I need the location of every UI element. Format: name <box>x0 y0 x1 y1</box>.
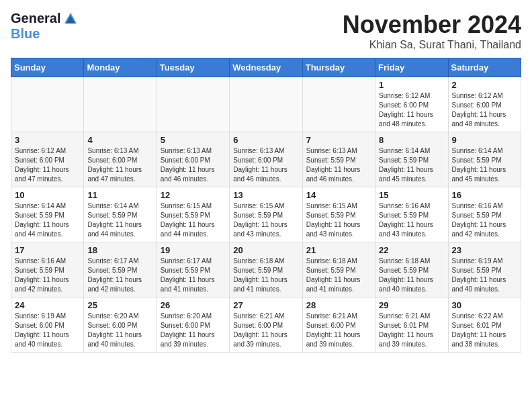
weekday-header-thursday: Thursday <box>302 58 375 77</box>
calendar-cell: 20Sunrise: 6:18 AM Sunset: 5:59 PM Dayli… <box>230 242 302 298</box>
calendar-cell: 1Sunrise: 6:12 AM Sunset: 6:00 PM Daylig… <box>375 77 448 132</box>
day-number: 5 <box>161 135 226 145</box>
weekday-header-wednesday: Wednesday <box>230 58 302 77</box>
day-info: Sunrise: 6:14 AM Sunset: 5:59 PM Dayligh… <box>452 146 517 184</box>
location-subtitle: Khian Sa, Surat Thani, Thailand <box>343 39 521 51</box>
calendar-cell: 21Sunrise: 6:18 AM Sunset: 5:59 PM Dayli… <box>302 242 375 298</box>
day-number: 9 <box>452 135 517 145</box>
day-number: 29 <box>379 300 444 310</box>
day-info: Sunrise: 6:13 AM Sunset: 6:00 PM Dayligh… <box>87 146 152 184</box>
calendar-cell <box>11 77 84 132</box>
day-info: Sunrise: 6:15 AM Sunset: 5:59 PM Dayligh… <box>161 201 226 239</box>
day-number: 2 <box>452 80 517 90</box>
day-info: Sunrise: 6:14 AM Sunset: 5:59 PM Dayligh… <box>15 201 80 239</box>
day-info: Sunrise: 6:22 AM Sunset: 6:01 PM Dayligh… <box>452 312 517 349</box>
weekday-header-sunday: Sunday <box>11 58 84 77</box>
calendar-week-row: 24Sunrise: 6:19 AM Sunset: 6:00 PM Dayli… <box>11 298 521 353</box>
day-number: 26 <box>161 300 226 310</box>
day-number: 19 <box>161 245 226 255</box>
calendar-cell: 19Sunrise: 6:17 AM Sunset: 5:59 PM Dayli… <box>157 242 229 298</box>
calendar-table: SundayMondayTuesdayWednesdayThursdayFrid… <box>11 58 521 353</box>
day-number: 11 <box>87 190 152 200</box>
day-info: Sunrise: 6:17 AM Sunset: 5:59 PM Dayligh… <box>87 257 152 294</box>
day-info: Sunrise: 6:16 AM Sunset: 5:59 PM Dayligh… <box>379 201 444 239</box>
calendar-cell: 30Sunrise: 6:22 AM Sunset: 6:01 PM Dayli… <box>448 298 521 353</box>
calendar-cell: 29Sunrise: 6:21 AM Sunset: 6:01 PM Dayli… <box>375 298 448 353</box>
day-info: Sunrise: 6:21 AM Sunset: 6:00 PM Dayligh… <box>306 312 371 349</box>
day-number: 10 <box>15 190 80 200</box>
day-info: Sunrise: 6:16 AM Sunset: 5:59 PM Dayligh… <box>15 257 80 294</box>
calendar-cell: 23Sunrise: 6:19 AM Sunset: 5:59 PM Dayli… <box>448 242 521 298</box>
day-info: Sunrise: 6:12 AM Sunset: 6:00 PM Dayligh… <box>15 146 80 184</box>
day-info: Sunrise: 6:13 AM Sunset: 6:00 PM Dayligh… <box>161 146 226 184</box>
calendar-week-row: 3Sunrise: 6:12 AM Sunset: 6:00 PM Daylig… <box>11 132 521 187</box>
day-info: Sunrise: 6:14 AM Sunset: 5:59 PM Dayligh… <box>87 201 152 239</box>
month-title: November 2024 <box>343 11 521 39</box>
day-info: Sunrise: 6:18 AM Sunset: 5:59 PM Dayligh… <box>379 257 444 294</box>
logo-general-text: General <box>11 11 60 26</box>
day-number: 27 <box>233 300 298 310</box>
day-info: Sunrise: 6:18 AM Sunset: 5:59 PM Dayligh… <box>306 257 371 294</box>
calendar-cell: 22Sunrise: 6:18 AM Sunset: 5:59 PM Dayli… <box>375 242 448 298</box>
calendar-cell: 28Sunrise: 6:21 AM Sunset: 6:00 PM Dayli… <box>302 298 375 353</box>
day-info: Sunrise: 6:15 AM Sunset: 5:59 PM Dayligh… <box>233 201 298 239</box>
day-number: 20 <box>233 245 298 255</box>
day-number: 18 <box>87 245 152 255</box>
day-info: Sunrise: 6:21 AM Sunset: 6:00 PM Dayligh… <box>233 312 298 349</box>
calendar-cell: 27Sunrise: 6:21 AM Sunset: 6:00 PM Dayli… <box>230 298 302 353</box>
day-number: 28 <box>306 300 371 310</box>
day-number: 21 <box>306 245 371 255</box>
calendar-cell: 7Sunrise: 6:13 AM Sunset: 5:59 PM Daylig… <box>302 132 375 187</box>
day-info: Sunrise: 6:21 AM Sunset: 6:01 PM Dayligh… <box>379 312 444 349</box>
day-info: Sunrise: 6:15 AM Sunset: 5:59 PM Dayligh… <box>306 201 371 239</box>
calendar-cell: 13Sunrise: 6:15 AM Sunset: 5:59 PM Dayli… <box>230 187 302 242</box>
day-number: 13 <box>233 190 298 200</box>
day-info: Sunrise: 6:13 AM Sunset: 5:59 PM Dayligh… <box>306 146 371 184</box>
calendar-cell: 18Sunrise: 6:17 AM Sunset: 5:59 PM Dayli… <box>84 242 157 298</box>
calendar-cell: 3Sunrise: 6:12 AM Sunset: 6:00 PM Daylig… <box>11 132 84 187</box>
day-number: 23 <box>452 245 517 255</box>
day-number: 12 <box>161 190 226 200</box>
weekday-header-tuesday: Tuesday <box>157 58 229 77</box>
calendar-week-row: 10Sunrise: 6:14 AM Sunset: 5:59 PM Dayli… <box>11 187 521 242</box>
day-number: 7 <box>306 135 371 145</box>
calendar-cell <box>84 77 157 132</box>
calendar-cell <box>302 77 375 132</box>
calendar-cell: 10Sunrise: 6:14 AM Sunset: 5:59 PM Dayli… <box>11 187 84 242</box>
day-info: Sunrise: 6:16 AM Sunset: 5:59 PM Dayligh… <box>452 201 517 239</box>
calendar-cell: 14Sunrise: 6:15 AM Sunset: 5:59 PM Dayli… <box>302 187 375 242</box>
calendar-cell: 11Sunrise: 6:14 AM Sunset: 5:59 PM Dayli… <box>84 187 157 242</box>
calendar-cell: 17Sunrise: 6:16 AM Sunset: 5:59 PM Dayli… <box>11 242 84 298</box>
weekday-header-monday: Monday <box>84 58 157 77</box>
day-number: 6 <box>233 135 298 145</box>
logo-blue-text: Blue <box>11 26 40 42</box>
calendar-cell <box>230 77 302 132</box>
day-info: Sunrise: 6:12 AM Sunset: 6:00 PM Dayligh… <box>452 91 517 129</box>
calendar-cell: 16Sunrise: 6:16 AM Sunset: 5:59 PM Dayli… <box>448 187 521 242</box>
logo-icon <box>63 11 78 26</box>
weekday-header-friday: Friday <box>375 58 448 77</box>
calendar-week-row: 17Sunrise: 6:16 AM Sunset: 5:59 PM Dayli… <box>11 242 521 298</box>
day-info: Sunrise: 6:19 AM Sunset: 5:59 PM Dayligh… <box>452 257 517 294</box>
day-info: Sunrise: 6:12 AM Sunset: 6:00 PM Dayligh… <box>379 91 444 129</box>
day-number: 25 <box>87 300 152 310</box>
calendar-cell: 5Sunrise: 6:13 AM Sunset: 6:00 PM Daylig… <box>157 132 229 187</box>
day-number: 14 <box>306 190 371 200</box>
logo: General Blue <box>11 11 78 42</box>
page-header: General Blue November 2024 Khian Sa, Sur… <box>11 11 521 51</box>
day-info: Sunrise: 6:19 AM Sunset: 6:00 PM Dayligh… <box>15 312 80 349</box>
calendar-cell: 24Sunrise: 6:19 AM Sunset: 6:00 PM Dayli… <box>11 298 84 353</box>
day-info: Sunrise: 6:13 AM Sunset: 6:00 PM Dayligh… <box>233 146 298 184</box>
title-block: November 2024 Khian Sa, Surat Thani, Tha… <box>343 11 521 51</box>
calendar-cell: 12Sunrise: 6:15 AM Sunset: 5:59 PM Dayli… <box>157 187 229 242</box>
calendar-week-row: 1Sunrise: 6:12 AM Sunset: 6:00 PM Daylig… <box>11 77 521 132</box>
calendar-cell <box>157 77 229 132</box>
calendar-cell: 25Sunrise: 6:20 AM Sunset: 6:00 PM Dayli… <box>84 298 157 353</box>
calendar-cell: 4Sunrise: 6:13 AM Sunset: 6:00 PM Daylig… <box>84 132 157 187</box>
day-number: 17 <box>15 245 80 255</box>
day-number: 22 <box>379 245 444 255</box>
calendar-cell: 6Sunrise: 6:13 AM Sunset: 6:00 PM Daylig… <box>230 132 302 187</box>
day-info: Sunrise: 6:14 AM Sunset: 5:59 PM Dayligh… <box>379 146 444 184</box>
day-number: 8 <box>379 135 444 145</box>
day-info: Sunrise: 6:20 AM Sunset: 6:00 PM Dayligh… <box>87 312 152 349</box>
